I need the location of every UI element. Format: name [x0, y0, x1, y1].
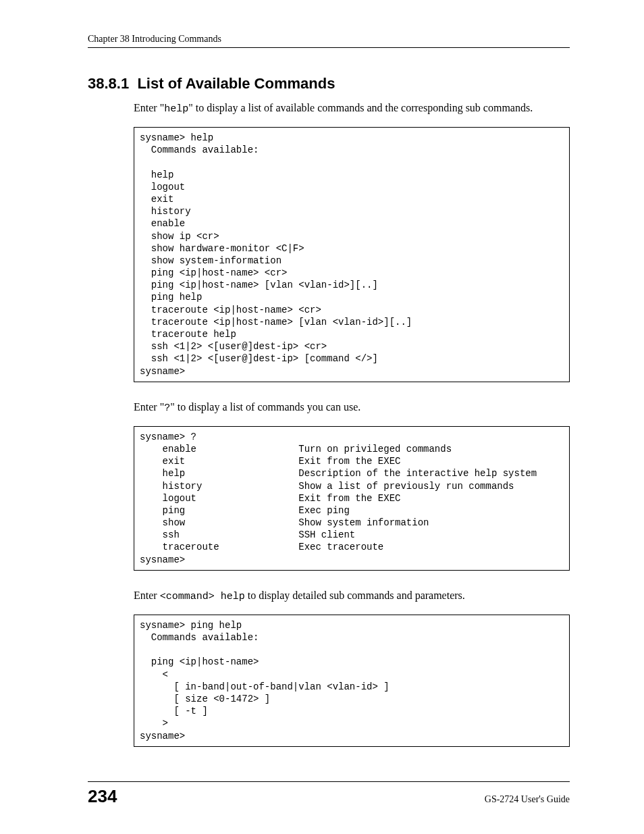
- page-header: Chapter 38 Introducing Commands: [88, 34, 570, 48]
- para2-a: Enter ": [134, 401, 164, 413]
- code-block-2: sysname> ? enable Turn on privileged com…: [134, 426, 570, 571]
- intro-paragraph-2: Enter "?" to display a list of commands …: [88, 401, 570, 414]
- para1-mono: help: [164, 103, 188, 115]
- page: Chapter 38 Introducing Commands 38.8.1 L…: [0, 0, 644, 834]
- code-block-3-wrap: sysname> ping help Commands available: p…: [88, 615, 570, 747]
- code-block-3: sysname> ping help Commands available: p…: [134, 615, 570, 747]
- code-block-2-wrap: sysname> ? enable Turn on privileged com…: [88, 426, 570, 571]
- code-block-1: sysname> help Commands available: help l…: [134, 127, 570, 382]
- para3-b: to display detailed sub commands and par…: [245, 590, 465, 601]
- code-block-1-wrap: sysname> help Commands available: help l…: [88, 127, 570, 382]
- intro-paragraph-3: Enter <command> help to display detailed…: [88, 590, 570, 602]
- para3-mono: <command> help: [160, 591, 245, 602]
- para3-a: Enter: [134, 590, 160, 601]
- para1-b: " to display a list of available command…: [188, 102, 533, 113]
- para2-mono: ?: [164, 402, 170, 414]
- section-number: 38.8.1: [88, 75, 129, 92]
- section-heading: 38.8.1 List of Available Commands: [88, 75, 570, 93]
- para2-b: " to display a list of commands you can …: [170, 401, 360, 413]
- intro-paragraph-1: Enter "help" to display a list of availa…: [88, 102, 570, 115]
- page-footer: 234 GS-2724 User's Guide: [88, 781, 570, 807]
- section-title: List of Available Commands: [137, 75, 335, 92]
- para1-a: Enter ": [134, 102, 164, 113]
- guide-name: GS-2724 User's Guide: [485, 794, 570, 805]
- page-number: 234: [88, 786, 117, 807]
